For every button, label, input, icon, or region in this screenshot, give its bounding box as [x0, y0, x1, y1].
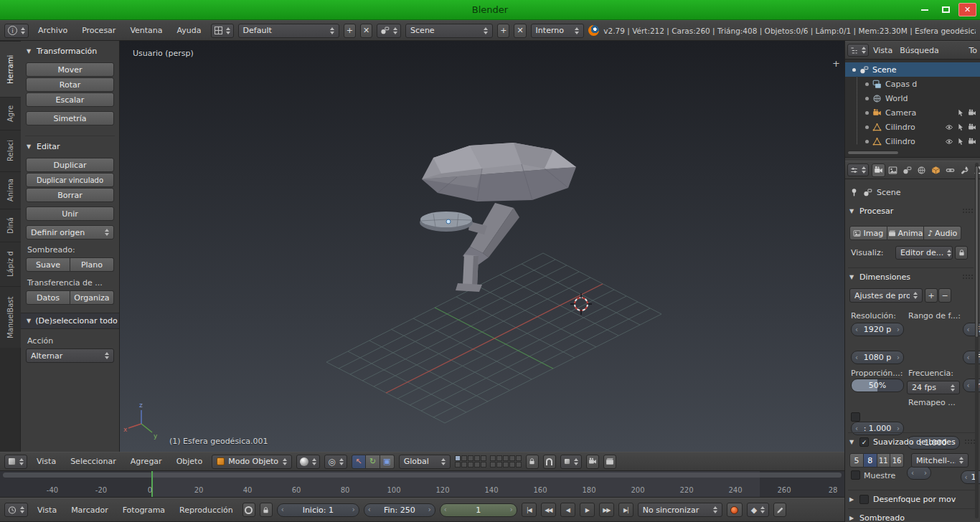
antialiasing-checkbox[interactable]: ✓: [859, 437, 869, 447]
panel-grip-icon[interactable]: [962, 274, 974, 280]
cursor-3d[interactable]: [570, 293, 592, 315]
editor-type-button-outliner[interactable]: [847, 44, 869, 57]
full-sample-checkbox[interactable]: [851, 470, 860, 480]
join-button[interactable]: Unir: [26, 207, 114, 221]
decrement-icon[interactable]: ‹: [967, 354, 970, 361]
decrement-icon[interactable]: ‹: [965, 474, 968, 481]
expander-dot-icon[interactable]: [852, 68, 856, 72]
expander-dot-icon[interactable]: [865, 111, 869, 115]
jump-to-end-button[interactable]: ▶|: [618, 503, 633, 517]
layers-widget[interactable]: [455, 455, 522, 468]
tree-row-camera[interactable]: Camera: [845, 105, 980, 120]
decrement-icon[interactable]: ‹: [967, 382, 970, 389]
maximize-button[interactable]: [937, 3, 955, 16]
auto-keyframe-button[interactable]: [727, 503, 743, 517]
menu-objeto[interactable]: Objeto: [171, 455, 208, 468]
editor-type-button-timeline[interactable]: [4, 503, 28, 517]
menu-vista-timeline[interactable]: Vista: [32, 503, 62, 517]
outliner-menu-vista[interactable]: Vista: [870, 44, 895, 57]
restrict-render-icon[interactable]: [968, 123, 976, 132]
mode-dropdown[interactable]: Modo Objeto: [212, 455, 292, 469]
scene-add-button[interactable]: +: [497, 24, 509, 38]
render-image-button[interactable]: Imag: [849, 226, 887, 240]
layout-delete-button[interactable]: ✕: [360, 24, 372, 38]
outliner-h-scrollbar[interactable]: [847, 151, 899, 155]
snap-toggle-button[interactable]: [543, 455, 556, 469]
panel-header-edit[interactable]: ▼ Editar: [25, 136, 115, 151]
properties-scrollbar-track[interactable]: [975, 163, 979, 518]
aa-samples-11-button[interactable]: 11: [877, 453, 891, 468]
restrict-render-icon[interactable]: [968, 137, 976, 146]
tab-dinamica[interactable]: Diná: [0, 209, 21, 242]
tree-row-cylinder-2[interactable]: Cilindro: [845, 134, 980, 148]
preset-add-button[interactable]: +: [925, 288, 938, 303]
menu-archivo[interactable]: Archivo: [33, 24, 72, 37]
set-origin-button[interactable]: Definir origen: [26, 225, 114, 239]
remap-old-field[interactable]: ‹ ›: [907, 466, 931, 480]
menu-fotograma[interactable]: Fotograma: [118, 503, 170, 517]
decrement-icon[interactable]: ‹: [444, 506, 447, 513]
panel-header-deselect-all[interactable]: ▼ (De)seleccionar todo: [21, 313, 119, 329]
decrement-icon[interactable]: ‹: [855, 326, 858, 333]
play-reverse-button[interactable]: ◀: [560, 503, 575, 517]
display-dropdown[interactable]: Editor de...: [895, 246, 953, 260]
increment-icon[interactable]: ›: [352, 506, 355, 513]
layout-dropdown[interactable]: Default: [238, 24, 339, 38]
restrict-render-icon[interactable]: [968, 108, 976, 118]
play-button[interactable]: ▶: [580, 503, 595, 517]
tab-constraints[interactable]: [943, 163, 957, 177]
delete-button[interactable]: Borrar: [26, 188, 114, 202]
frame-end-field-timeline[interactable]: ‹ Fin: 250 ›: [364, 503, 435, 517]
render-audio-button[interactable]: ♪ Audio: [924, 226, 961, 240]
lock-modes-button[interactable]: [526, 455, 539, 469]
shade-flat-button[interactable]: Plano: [70, 257, 114, 272]
frame-start-field-timeline[interactable]: ‹ Inicio: 1 ›: [277, 503, 359, 517]
viewport-canvas[interactable]: x y z: [120, 41, 844, 452]
menu-vista-3d[interactable]: Vista: [32, 455, 61, 468]
sync-dropdown[interactable]: No sincronizar: [638, 503, 722, 517]
timeline-ruler[interactable]: -40 -20 0 20 40 60 80 100 120 140 160 18…: [0, 471, 844, 498]
increment-icon[interactable]: ›: [897, 425, 900, 432]
tab-modifiers[interactable]: [958, 163, 971, 177]
expander-dot-icon[interactable]: [865, 82, 869, 86]
tree-row-scene[interactable]: Scene: [845, 62, 980, 77]
fps-dropdown[interactable]: 24 fps: [907, 381, 960, 394]
tab-render-layers[interactable]: [886, 163, 900, 177]
preview-range-toggle[interactable]: [242, 503, 255, 517]
properties-scrollbar-thumb[interactable]: [975, 166, 979, 338]
restrict-select-icon[interactable]: [956, 108, 965, 118]
engine-dropdown[interactable]: Interno: [531, 24, 585, 38]
border-checkbox[interactable]: [851, 412, 860, 422]
panel-grip-icon[interactable]: [964, 439, 976, 445]
opengl-render-anim-button[interactable]: [603, 455, 616, 469]
scene-delete-button[interactable]: ✕: [514, 24, 526, 38]
opengl-render-button[interactable]: [586, 455, 599, 469]
menu-seleccionar[interactable]: Seleccionar: [65, 455, 121, 468]
minimize-button[interactable]: [915, 3, 933, 16]
orientation-dropdown[interactable]: Global: [399, 455, 451, 469]
shade-smooth-button[interactable]: Suave: [26, 257, 70, 272]
panel-header-dimensions[interactable]: ▼ Dimensiones: [848, 267, 974, 282]
aa-filter-dropdown[interactable]: Mitchell-...: [911, 453, 969, 468]
visibility-eye-icon[interactable]: [945, 137, 953, 146]
tab-herramientas[interactable]: Herrami: [0, 41, 21, 97]
tab-manuelbastioni[interactable]: ManuelBast: [0, 286, 21, 348]
scale-button[interactable]: Escalar: [26, 92, 114, 107]
pivot-dropdown[interactable]: ◎: [324, 455, 347, 469]
action-dropdown[interactable]: Alternar: [26, 348, 114, 363]
panel-header-motion-blur[interactable]: ▶ Desenfoque por mov: [848, 490, 976, 504]
panel-header-shading[interactable]: ▶ Sombreado: [848, 508, 976, 522]
aa-samples-16-button[interactable]: 16: [890, 453, 904, 468]
scene-icon-button[interactable]: [377, 24, 401, 38]
viewport-3d[interactable]: x y z Usuario (persp) (1) Esfera geodési…: [120, 41, 844, 452]
shading-dropdown[interactable]: [296, 455, 320, 469]
manipulator-rotate-button[interactable]: ↻: [366, 455, 380, 469]
expander-dot-icon[interactable]: [865, 97, 869, 100]
outliner-display-dropdown[interactable]: To: [967, 44, 979, 57]
tab-object[interactable]: [929, 163, 943, 177]
keying-set-dropdown[interactable]: ◆: [747, 503, 769, 517]
menu-procesar[interactable]: Procesar: [77, 24, 121, 37]
increment-icon[interactable]: ›: [897, 354, 900, 361]
transfer-data-button[interactable]: Datos: [26, 290, 70, 305]
menu-marcador[interactable]: Marcador: [66, 503, 113, 517]
